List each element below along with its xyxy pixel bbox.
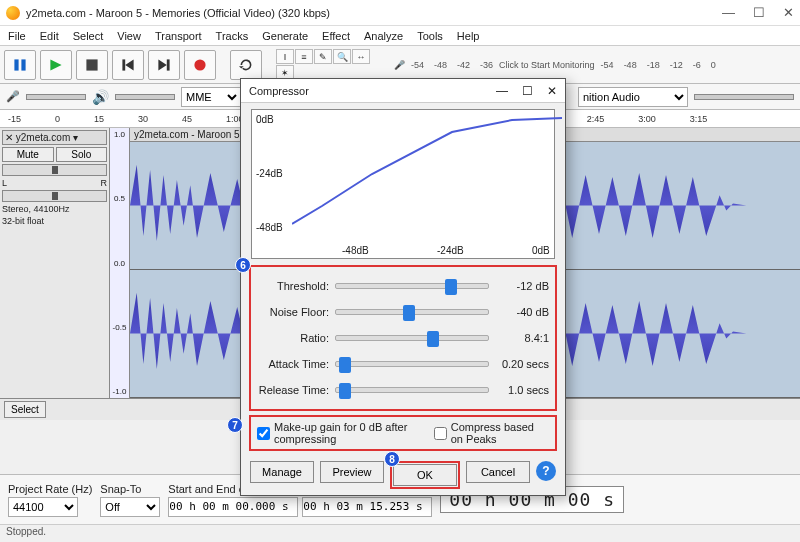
skip-end-button[interactable] bbox=[148, 50, 180, 80]
zoom-tool-icon[interactable]: 🔍 bbox=[333, 49, 351, 64]
time-mark: 30 bbox=[138, 114, 148, 124]
param-slider-3[interactable] bbox=[335, 361, 489, 367]
compressor-options: Make-up gain for 0 dB after compressing … bbox=[249, 415, 557, 451]
graph-y-1: -24dB bbox=[256, 168, 283, 179]
menu-tools[interactable]: Tools bbox=[417, 30, 443, 42]
svg-marker-5 bbox=[125, 59, 133, 70]
selection-tool-icon[interactable]: I bbox=[276, 49, 294, 64]
ok-button[interactable]: OK bbox=[393, 464, 457, 486]
time-mark: -15 bbox=[8, 114, 21, 124]
cancel-button[interactable]: Cancel bbox=[466, 461, 530, 483]
window-title: y2meta.com - Maroon 5 - Memories (Offici… bbox=[26, 7, 330, 19]
menu-transport[interactable]: Transport bbox=[155, 30, 202, 42]
draw-tool-icon[interactable]: ✎ bbox=[314, 49, 332, 64]
help-icon[interactable]: ? bbox=[536, 461, 556, 481]
param-slider-0[interactable] bbox=[335, 283, 489, 289]
snap-select[interactable]: Off bbox=[100, 497, 160, 517]
menu-tracks[interactable]: Tracks bbox=[216, 30, 249, 42]
dialog-maximize-button[interactable]: ☐ bbox=[522, 84, 533, 98]
select-button[interactable]: Select bbox=[4, 401, 46, 418]
selection-end-field[interactable] bbox=[302, 497, 432, 517]
param-label: Release Time: bbox=[257, 384, 329, 396]
selection-start-field[interactable] bbox=[168, 497, 298, 517]
solo-button[interactable]: Solo bbox=[56, 147, 108, 162]
gain-slider[interactable] bbox=[2, 164, 107, 176]
minimize-button[interactable]: — bbox=[722, 5, 735, 20]
status-bar: Stopped. bbox=[0, 524, 800, 542]
param-label: Threshold: bbox=[257, 280, 329, 292]
menu-effect[interactable]: Effect bbox=[322, 30, 350, 42]
stop-button[interactable] bbox=[76, 50, 108, 80]
close-button[interactable]: ✕ bbox=[783, 5, 794, 20]
envelope-tool-icon[interactable]: ≡ bbox=[295, 49, 313, 64]
track-control-panel: ✕ y2meta.com ▾ MuteSolo LR Stereo, 44100… bbox=[0, 128, 110, 398]
time-mark: 3:15 bbox=[690, 114, 708, 124]
dialog-title: Compressor bbox=[249, 85, 309, 97]
menu-edit[interactable]: Edit bbox=[40, 30, 59, 42]
annotation-badge-6: 6 bbox=[235, 257, 251, 273]
svg-point-8 bbox=[194, 59, 205, 70]
playback-meter[interactable] bbox=[694, 94, 794, 100]
track-format: Stereo, 44100Hz bbox=[2, 204, 107, 214]
meter-hint: Click to Start Monitoring bbox=[499, 60, 595, 70]
time-mark: 0 bbox=[55, 114, 60, 124]
menu-help[interactable]: Help bbox=[457, 30, 480, 42]
menu-view[interactable]: View bbox=[117, 30, 141, 42]
graph-x-2: 0dB bbox=[532, 245, 550, 256]
menu-file[interactable]: File bbox=[8, 30, 26, 42]
skip-start-button[interactable] bbox=[112, 50, 144, 80]
timeshift-tool-icon[interactable]: ↔ bbox=[352, 49, 370, 64]
compress-peaks-checkbox[interactable]: Compress based on Peaks bbox=[434, 421, 549, 445]
rec-volume-slider[interactable] bbox=[26, 94, 86, 100]
pause-button[interactable] bbox=[4, 50, 36, 80]
mic-icon: 🎤 bbox=[394, 60, 405, 70]
menu-analyze[interactable]: Analyze bbox=[364, 30, 403, 42]
mic-icon: 🎤 bbox=[6, 90, 20, 103]
makeup-gain-checkbox[interactable]: Make-up gain for 0 dB after compressing bbox=[257, 421, 424, 445]
dialog-minimize-button[interactable]: — bbox=[496, 84, 508, 98]
dialog-buttons: Manage Preview 8 OK Cancel ? bbox=[241, 455, 565, 495]
time-mark: 15 bbox=[94, 114, 104, 124]
param-slider-2[interactable] bbox=[335, 335, 489, 341]
menu-select[interactable]: Select bbox=[73, 30, 104, 42]
record-button[interactable] bbox=[184, 50, 216, 80]
transfer-curve-icon bbox=[292, 114, 562, 234]
audio-host-select[interactable]: MME bbox=[181, 87, 241, 107]
play-volume-slider[interactable] bbox=[115, 94, 175, 100]
dialog-close-button[interactable]: ✕ bbox=[547, 84, 557, 98]
mute-button[interactable]: Mute bbox=[2, 147, 54, 162]
dialog-titlebar[interactable]: Compressor — ☐ ✕ bbox=[241, 79, 565, 103]
loop-button[interactable] bbox=[230, 50, 262, 80]
speaker-icon: 🔊 bbox=[92, 89, 109, 105]
param-slider-4[interactable] bbox=[335, 387, 489, 393]
maximize-button[interactable]: ☐ bbox=[753, 5, 765, 20]
play-button[interactable] bbox=[40, 50, 72, 80]
compressor-dialog: Compressor — ☐ ✕ 0dB -24dB -48dB -48dB -… bbox=[240, 78, 566, 496]
param-label: Attack Time: bbox=[257, 358, 329, 370]
param-value: -40 dB bbox=[495, 306, 549, 318]
output-device-select[interactable]: nition Audio bbox=[578, 87, 688, 107]
project-rate-select[interactable]: 44100 bbox=[8, 497, 78, 517]
param-value: -12 dB bbox=[495, 280, 549, 292]
menu-bar: FileEditSelectViewTransportTracksGenerat… bbox=[0, 26, 800, 46]
tools-palette[interactable]: I ≡ ✎ 🔍 ↔ ✶ bbox=[276, 49, 386, 80]
menu-generate[interactable]: Generate bbox=[262, 30, 308, 42]
svg-rect-7 bbox=[167, 59, 170, 70]
param-slider-1[interactable] bbox=[335, 309, 489, 315]
svg-rect-0 bbox=[14, 59, 18, 70]
preview-button[interactable]: Preview bbox=[320, 461, 384, 483]
recording-meter[interactable]: 🎤 -54-48-42-36 Click to Start Monitoring… bbox=[390, 51, 796, 79]
pan-left-label: L bbox=[2, 178, 7, 188]
manage-button[interactable]: Manage bbox=[250, 461, 314, 483]
param-label: Noise Floor: bbox=[257, 306, 329, 318]
amplitude-scale: 1.00.50.0-0.5-1.0 bbox=[110, 128, 130, 398]
svg-rect-4 bbox=[122, 59, 125, 70]
time-mark: 45 bbox=[182, 114, 192, 124]
graph-x-0: -48dB bbox=[342, 245, 369, 256]
track-tab[interactable]: ✕ y2meta.com ▾ bbox=[2, 130, 107, 145]
svg-rect-1 bbox=[21, 59, 25, 70]
compressor-graph: 0dB -24dB -48dB -48dB -24dB 0dB bbox=[251, 109, 555, 259]
graph-x-1: -24dB bbox=[437, 245, 464, 256]
pan-slider[interactable] bbox=[2, 190, 107, 202]
param-label: Ratio: bbox=[257, 332, 329, 344]
